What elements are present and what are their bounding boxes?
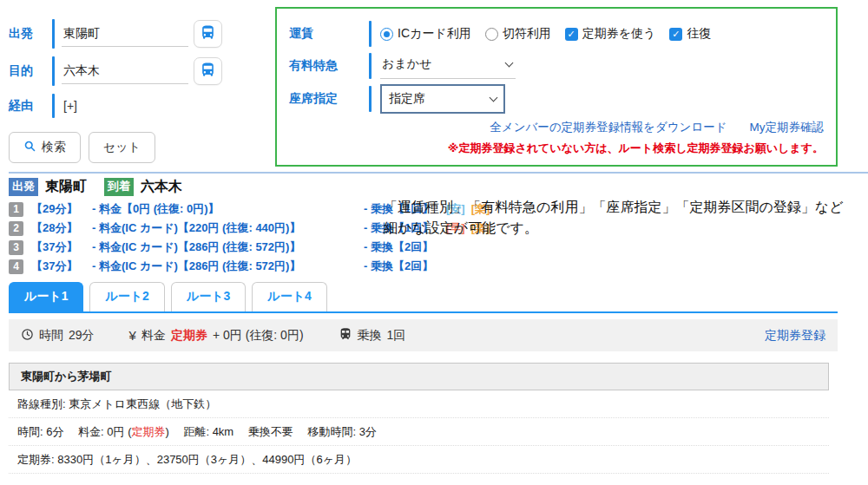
set-button[interactable]: セット bbox=[89, 132, 155, 163]
seat-select[interactable]: 指定席 bbox=[380, 84, 505, 114]
route-summary-bar: 時間 29分 ¥ 料金 定期券 + 0円 (往復: 0円) 乗換 1回 定期券登… bbox=[9, 319, 838, 351]
chevron-down-icon bbox=[505, 59, 514, 68]
fare-summary: ¥ 料金 定期券 + 0円 (往復: 0円) bbox=[129, 328, 304, 344]
search-button[interactable]: 検索 bbox=[9, 132, 81, 163]
tab-underline bbox=[9, 311, 838, 313]
top-area: 出発 目的 経由 bbox=[9, 7, 868, 167]
route-number-badge: 2 bbox=[9, 221, 23, 236]
feature-annotation-text: 「運賃種別」「有料特急の利用」「座席指定」「定期券区間の登録」など細かな設定が可… bbox=[384, 197, 852, 239]
express-select-value: おまかせ bbox=[382, 56, 431, 72]
row-segment: 路線種別: 東京メトロ東西線（地下鉄） bbox=[17, 397, 216, 410]
train-icon bbox=[339, 327, 352, 344]
pass-links: 全メンバーの定期券登録情報をダウンロード My定期券確認 bbox=[289, 120, 824, 135]
checkbox-round-trip[interactable]: ✓ 往復 bbox=[669, 26, 711, 42]
route-time: 【37分】 bbox=[31, 239, 92, 255]
accent-bar bbox=[52, 56, 55, 86]
route-time: 【29分】 bbox=[31, 201, 92, 217]
row-segment: 時間: 6分 料金: 0円 ( bbox=[17, 425, 131, 438]
arrival-station: 六本木 bbox=[141, 178, 182, 196]
radio-ic-card-label: ICカード利用 bbox=[398, 26, 471, 42]
route-number-badge: 3 bbox=[9, 240, 23, 255]
route-fare: - 料金(IC カード)【286円 (往復: 572円)】 bbox=[92, 239, 364, 255]
seat-label: 座席指定 bbox=[289, 91, 369, 107]
search-button-label: 検索 bbox=[42, 140, 66, 155]
checkbox-checked-icon: ✓ bbox=[669, 28, 682, 41]
checkbox-checked-icon: ✓ bbox=[565, 28, 578, 41]
origin-label: 出発 bbox=[9, 26, 45, 42]
results-header: 出発 東陽町 到着 六本木 bbox=[9, 178, 868, 196]
express-select[interactable]: おまかせ bbox=[380, 52, 516, 79]
route-number-badge: 1 bbox=[9, 202, 23, 217]
time-label: 時間 bbox=[39, 328, 63, 344]
transfer-value: 1回 bbox=[387, 328, 406, 344]
transfer-label: 乗換 bbox=[358, 328, 382, 344]
route-time: 【37分】 bbox=[31, 259, 92, 274]
checkbox-use-pass[interactable]: ✓ 定期券を使う bbox=[565, 26, 656, 42]
fare-amount: + 0円 (往復: 0円) bbox=[213, 328, 304, 344]
bus-icon bbox=[200, 62, 216, 81]
tab-route-4[interactable]: ルート4 bbox=[252, 282, 326, 311]
departure-badge: 出発 bbox=[9, 178, 38, 196]
my-pass-check-link[interactable]: My定期券確認 bbox=[750, 120, 825, 135]
add-via-button[interactable]: [+] bbox=[62, 95, 79, 116]
destination-bus-button[interactable] bbox=[194, 57, 222, 85]
yen-icon: ¥ bbox=[129, 328, 136, 343]
leg-detail-row: 定期券: 8330円（1ヶ月）、23750円（3ヶ月）、44990円（6ヶ月） bbox=[9, 446, 829, 474]
accent-bar bbox=[52, 19, 55, 49]
tab-route-2[interactable]: ルート2 bbox=[89, 282, 164, 311]
magnifier-icon bbox=[23, 140, 36, 155]
fare-label: 運賃 bbox=[289, 26, 369, 42]
station-search-form: 出発 目的 経由 bbox=[9, 7, 266, 163]
divider bbox=[9, 172, 868, 174]
route-tabs: ルート1 ルート2 ルート3 ルート4 bbox=[9, 282, 868, 313]
radio-ticket[interactable]: 切符利用 bbox=[485, 26, 551, 42]
express-label: 有料特急 bbox=[289, 58, 369, 74]
fare-label: 料金 bbox=[141, 328, 166, 344]
set-button-label: セット bbox=[103, 140, 141, 155]
bus-icon bbox=[200, 24, 216, 43]
route-fare: - 料金【0円 (往復: 0円)】 bbox=[92, 201, 364, 217]
radio-ic-card[interactable]: ICカード利用 bbox=[380, 26, 471, 42]
row-segment: ) 距離: 4km 乗換不要 移動時間: 3分 bbox=[165, 425, 376, 438]
route-list-item-4[interactable]: 4 【37分】 - 料金(IC カード)【286円 (往復: 572円)】 - … bbox=[9, 259, 868, 274]
leg-section-title: 東陽町から茅場町 bbox=[9, 363, 829, 390]
origin-input[interactable] bbox=[62, 22, 188, 47]
accent-bar bbox=[52, 94, 55, 118]
origin-row: 出発 bbox=[9, 19, 266, 49]
row-segment: 定期券: 8330円（1ヶ月）、23750円（3ヶ月）、44990円（6ヶ月） bbox=[17, 453, 357, 466]
via-row: 経由 [+] bbox=[9, 94, 266, 118]
route-time: 【28分】 bbox=[31, 220, 92, 236]
download-all-pass-link[interactable]: 全メンバーの定期券登録情報をダウンロード bbox=[490, 120, 727, 135]
route-list-item-3[interactable]: 3 【37分】 - 料金(IC カード)【286円 (往復: 572円)】 - … bbox=[9, 239, 868, 255]
radio-icon bbox=[380, 28, 393, 41]
time-value: 29分 bbox=[69, 328, 95, 344]
pass-register-note: ※定期券登録されていない方は、ルート検索し定期券登録お願いします。 bbox=[289, 141, 824, 156]
row-segment-highlight: 定期券 bbox=[131, 425, 165, 438]
origin-bus-button[interactable] bbox=[194, 20, 222, 48]
departure-station: 東陽町 bbox=[45, 178, 87, 196]
seat-row: 座席指定 指定席 bbox=[289, 84, 825, 114]
destination-input[interactable] bbox=[62, 59, 188, 84]
accent-bar bbox=[369, 53, 372, 79]
leg-detail-row: 路線種別: 東京メトロ東西線（地下鉄） bbox=[9, 390, 829, 418]
route-fare: - 料金(IC カード)【220円 (往復: 440円)】 bbox=[92, 220, 364, 236]
via-label: 経由 bbox=[9, 98, 45, 114]
arrival-badge: 到着 bbox=[104, 178, 134, 196]
fare-pass-highlight: 定期券 bbox=[171, 328, 207, 344]
chevron-down-icon bbox=[490, 94, 498, 102]
tab-route-3[interactable]: ルート3 bbox=[171, 282, 246, 311]
transfer-summary: 乗換 1回 bbox=[339, 327, 406, 344]
express-row: 有料特急 おまかせ bbox=[289, 52, 825, 79]
route-fare: - 料金(IC カード)【286円 (往復: 572円)】 bbox=[92, 259, 364, 274]
pass-register-link[interactable]: 定期券登録 bbox=[765, 328, 825, 344]
checkbox-round-trip-label: 往復 bbox=[687, 26, 711, 42]
checkbox-use-pass-label: 定期券を使う bbox=[582, 26, 656, 42]
time-summary: 時間 29分 bbox=[21, 328, 95, 344]
leg-detail-row: 時間: 6分 料金: 0円 (定期券) 距離: 4km 乗換不要 移動時間: 3… bbox=[9, 418, 829, 446]
route-number-badge: 4 bbox=[9, 259, 23, 274]
clock-icon bbox=[21, 328, 34, 344]
tab-route-1[interactable]: ルート1 bbox=[9, 282, 83, 311]
leg-section-1: 東陽町から茅場町 路線種別: 東京メトロ東西線（地下鉄） 時間: 6分 料金: … bbox=[9, 363, 868, 474]
route-transfer: - 乗換【2回】 bbox=[364, 239, 446, 255]
destination-label: 目的 bbox=[9, 63, 45, 79]
